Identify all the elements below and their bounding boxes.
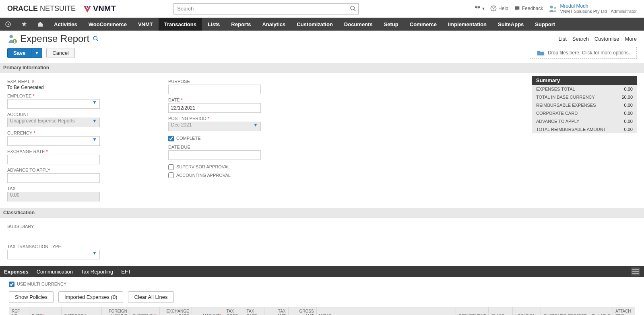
col-tax-amt[interactable]: TAXAMT	[264, 307, 288, 315]
purpose-label: PURPOSE	[168, 79, 313, 84]
col-tax-rate[interactable]: TAXRATE	[244, 307, 264, 315]
nav-commerce[interactable]: Commerce	[404, 18, 442, 31]
page-search-icon[interactable]	[93, 35, 99, 42]
col-customer-project[interactable]: CUSTOMER:PROJECT	[541, 307, 589, 315]
question-icon	[490, 5, 497, 12]
tab-communication[interactable]: Communication	[37, 269, 73, 275]
sublist-btn-clear-all-lines[interactable]: Clear All Lines	[128, 291, 173, 303]
col-foreign-amount[interactable]: FOREIGNAMOUNT	[102, 307, 130, 315]
posting-period-field[interactable]: Dec 2021▼	[168, 122, 261, 131]
user-menu[interactable]: Mrudul Modh VNMT Solutions Pty Ltd - Adm…	[549, 3, 637, 15]
tab-tax-reporting[interactable]: Tax Reporting	[81, 269, 113, 275]
date-field[interactable]	[168, 103, 261, 113]
nav-vnmt[interactable]: VNMT	[132, 18, 159, 31]
employee-field[interactable]: ▼	[7, 99, 100, 109]
col-class[interactable]: CLASS	[489, 307, 513, 315]
tax-transaction-type-label: TAX TRANSACTION TYPE	[7, 244, 637, 249]
col-location[interactable]: LOCATION	[513, 307, 541, 315]
svg-point-9	[9, 35, 13, 38]
col-category[interactable]: CATEGORY	[62, 307, 102, 315]
col-department[interactable]: DEPARTMENT	[456, 307, 489, 315]
nav-analytics[interactable]: Analytics	[256, 18, 291, 31]
account-label: ACCOUNT	[7, 112, 152, 117]
page-action-links: ListSearchCustomiseMore	[559, 36, 637, 42]
advance-to-apply-field[interactable]	[7, 173, 100, 183]
svg-point-12	[93, 36, 97, 40]
col-gross-amt[interactable]: GROSSAMT	[288, 307, 316, 315]
purpose-field[interactable]	[168, 85, 261, 94]
col-memo[interactable]: MEMO	[316, 307, 456, 315]
nav-reports[interactable]: Reports	[225, 18, 256, 31]
svg-point-0	[351, 6, 354, 10]
search-icon[interactable]	[350, 5, 356, 12]
supervisor-approval-checkbox[interactable]	[168, 164, 174, 170]
page-link-more[interactable]: More	[625, 36, 637, 42]
nav-setup[interactable]: Setup	[378, 18, 404, 31]
nav-suiteapps[interactable]: SuiteApps	[492, 18, 529, 31]
col-currency[interactable]: CURRENCY*	[130, 307, 160, 315]
col-amount[interactable]: AMOUNT*	[192, 307, 224, 315]
expenses-sublist: USE MULTI CURRENCY Show PoliciesImported…	[0, 277, 644, 315]
date-due-field[interactable]	[168, 150, 261, 160]
nav-transactions[interactable]: Transactions	[159, 18, 202, 31]
home-icon[interactable]	[32, 18, 48, 31]
nav-activities[interactable]: Activities	[48, 18, 83, 31]
sublist-tabs: ExpensesCommunicationTax ReportingEFT	[0, 266, 644, 277]
svg-point-5	[493, 10, 493, 10]
exp-rept-label: EXP. REPT. #	[7, 79, 152, 84]
tax-transaction-type-field[interactable]: ▼	[7, 250, 100, 259]
primary-info-form: EXP. REPT. # To Be Generated EMPLOYEE ▼ …	[0, 73, 644, 208]
tab-eft[interactable]: EFT	[121, 269, 131, 275]
svg-rect-3	[478, 6, 480, 8]
page-link-list[interactable]: List	[559, 36, 567, 42]
date-label: DATE	[168, 97, 313, 102]
file-dropzone[interactable]: Drop files here. Click for more options.	[530, 47, 637, 59]
cancel-button[interactable]: Cancel	[46, 48, 74, 58]
sublist-btn-show-policies[interactable]: Show Policies	[9, 291, 54, 303]
account-field[interactable]: Unapproved Expense Reports▼	[7, 118, 100, 127]
page-link-customise[interactable]: Customise	[594, 36, 619, 42]
save-button[interactable]: Save	[7, 48, 31, 58]
summary-row: CORPORATE CARD0.00	[532, 109, 637, 117]
currency-field[interactable]: ▼	[7, 136, 100, 146]
col-tax-code[interactable]: TAXCODE	[224, 307, 244, 315]
supervisor-approval-label: SUPERVISOR APPROVAL	[176, 164, 230, 169]
nav-customization[interactable]: Customization	[291, 18, 339, 31]
summary-row: ADVANCE TO APPLY0.00	[532, 117, 637, 125]
favorites-icon[interactable]	[16, 18, 32, 31]
help-link[interactable]: Help	[490, 5, 508, 12]
tax-field: 0.00	[7, 192, 100, 201]
recent-records-icon[interactable]	[0, 18, 16, 31]
summary-title: Summary	[532, 76, 637, 85]
nav-lists[interactable]: Lists	[202, 18, 225, 31]
exchange-rate-field[interactable]	[7, 155, 100, 164]
header-right: ▾ Help Feedback Mrudul Modh VNMT Solutio…	[474, 3, 637, 15]
classification-form: SUBSIDIARY TAX TRANSACTION TYPE ▼	[0, 218, 644, 266]
search-input[interactable]	[173, 3, 359, 15]
col-date[interactable]: DATE*	[29, 307, 62, 315]
svg-text:$: $	[14, 39, 16, 44]
nav-implementation[interactable]: Implementation	[442, 18, 492, 31]
advance-to-apply-label: ADVANCE TO APPLY	[7, 168, 152, 172]
use-multi-currency-checkbox[interactable]	[9, 282, 14, 287]
col-exchange-rate[interactable]: EXCHANGERATE	[159, 307, 192, 315]
nav-support[interactable]: Support	[529, 18, 561, 31]
page-link-search[interactable]: Search	[572, 36, 589, 42]
expand-sublist-icon[interactable]	[631, 267, 640, 276]
roles-icon[interactable]: ▾	[474, 5, 485, 12]
page-header: $ Expense Report ListSearchCustomiseMore	[0, 31, 644, 44]
nav-documents[interactable]: Documents	[339, 18, 378, 31]
complete-checkbox[interactable]	[168, 136, 174, 141]
summary-row: TOTAL REIMBURSABLE AMOUNT0.00	[532, 125, 637, 133]
exchange-rate-label: EXCHANGE RATE	[7, 149, 152, 154]
nav-woocommerce[interactable]: WooCommerce	[83, 18, 132, 31]
col-ref-no-[interactable]: REFNO.	[9, 307, 29, 315]
save-dropdown-button[interactable]: ▼	[31, 48, 42, 58]
summary-row: REIMBURSABLE EXPENSES0.00	[532, 101, 637, 109]
col-billable[interactable]: BILLABLE	[589, 307, 613, 315]
col-attach-file[interactable]: ATTACHFILE	[613, 307, 635, 315]
feedback-link[interactable]: Feedback	[514, 5, 543, 12]
accounting-approval-checkbox[interactable]	[168, 172, 174, 178]
sublist-btn-imported-expenses-0-[interactable]: Imported Expenses (0)	[58, 291, 124, 303]
tab-expenses[interactable]: Expenses	[4, 269, 29, 275]
